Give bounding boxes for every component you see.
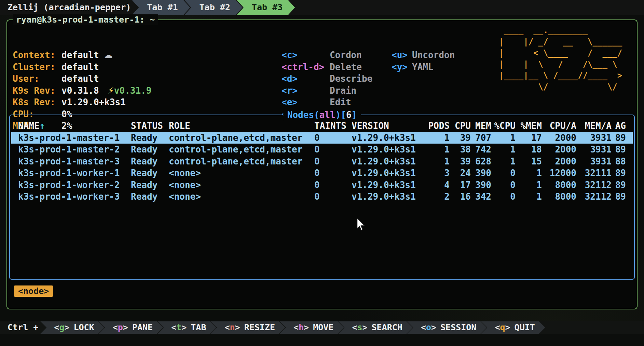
k9s-logo-line: ____ __.________ — [499, 25, 622, 36]
cell-pods: 2 — [420, 191, 450, 203]
tab[interactable]: Tab #2 — [184, 0, 243, 15]
table-row[interactable]: k3s-prod-1-master-1 Ready control-plane,… — [11, 132, 633, 144]
cell-cpua: 2000 — [542, 144, 576, 156]
cell-cpua: 2000 — [542, 156, 576, 168]
col-age: AG — [612, 120, 626, 132]
segment-hotkey: <q> — [495, 322, 510, 332]
bracket-close: > — [304, 322, 309, 332]
cell-version: v1.29.0+k3s1 — [352, 132, 420, 144]
segment-hotkey: <h> — [293, 322, 309, 332]
k9s-logo-line: | |/ _/ __ \______ — [499, 36, 622, 48]
col-pods: PODS — [420, 120, 450, 132]
hotkey: <e> — [282, 96, 330, 108]
cell-mema: 3931 — [576, 144, 612, 156]
bracket-open: < — [54, 322, 59, 332]
bracket-close: > — [64, 322, 69, 332]
menu-hint: <u>Uncordon — [392, 49, 455, 61]
cell-pcpu: 1 — [491, 132, 516, 144]
nodes-panel: Nodes(all)[6] NAME↑ STATUS ROLE TAINTS V… — [9, 115, 635, 280]
bracket-close: > — [181, 322, 187, 332]
cell-cpua: 12000 — [542, 167, 576, 179]
info-value: default — [61, 62, 99, 72]
cell-mema: 3931 — [576, 156, 612, 168]
table-row[interactable]: k3s-prod-1-master-2 Ready control-plane,… — [11, 144, 633, 156]
info-line: Cluster:default — [13, 61, 151, 73]
hotkey: <y> — [392, 61, 412, 73]
cell-status: Ready — [131, 132, 169, 144]
menu-hint: <c>Cordon — [282, 49, 372, 61]
info-label: Context: — [13, 49, 61, 61]
title-scope: all — [319, 110, 335, 120]
cell-status: Ready — [131, 144, 169, 156]
info-label: K8s Rev: — [13, 96, 61, 108]
menu-hint: <d>Describe — [282, 73, 372, 85]
col-name: NAME↑ — [18, 120, 131, 132]
hotkey-action: Edit — [330, 97, 351, 107]
segment-hotkey: <n> — [224, 322, 240, 332]
cell-mema: 32112 — [576, 191, 612, 203]
col-name-label: NAME — [18, 121, 40, 131]
table-row[interactable]: k3s-prod-1-worker-1 Ready <none> 0 v1.29… — [11, 167, 633, 179]
info-value: v1.29.0+k3s1 — [61, 97, 126, 107]
cell-pods: 3 — [420, 167, 450, 179]
cell-mem: 707 — [471, 132, 491, 144]
cell-name: k3s-prod-1-master-1 — [18, 132, 131, 144]
hotkey: <ctrl-d> — [282, 61, 330, 73]
cloud-icon: ☁ — [104, 50, 113, 60]
hotkey-letter: h — [299, 322, 304, 332]
bracket-close: > — [431, 322, 436, 332]
segment-label: MOVE — [313, 322, 333, 332]
zellij-status-bar: Ctrl + <g>LOCK<p>PANE<t>TAB<n>RESIZE<h>M… — [0, 321, 644, 334]
title-count: 6 — [346, 110, 352, 120]
cell-role: control-plane,etcd,master — [169, 156, 314, 168]
terminal-pane: ryan@k3s-prod-1-master-1: ~ Context:defa… — [6, 19, 638, 309]
sort-asc-icon: ↑ — [40, 121, 45, 131]
cell-taints: 0 — [314, 156, 352, 168]
cell-mem: 342 — [471, 191, 491, 203]
cell-pcpu: 0 — [491, 167, 516, 179]
cell-pods: 1 — [420, 132, 450, 144]
cell-role: control-plane,etcd,master — [169, 144, 314, 156]
info-value: v0.31.8 — [61, 85, 99, 96]
cell-cpu: 17 — [450, 179, 471, 191]
segment-hotkey: <p> — [113, 322, 128, 332]
cell-pmem: 15 — [516, 156, 542, 168]
cell-cpu: 39 — [450, 156, 471, 168]
segment-hotkey: <o> — [421, 322, 436, 332]
col-pcpu: %CPU — [491, 120, 516, 132]
cell-taints: 0 — [314, 191, 352, 203]
tab[interactable]: Tab #3 — [237, 0, 295, 15]
cell-status: Ready — [131, 156, 169, 168]
info-label: K9s Rev: — [13, 85, 61, 97]
info-line: User:default — [13, 73, 151, 85]
hotkey-letter: n — [230, 322, 235, 332]
cell-status: Ready — [131, 191, 169, 203]
cell-pmem: 17 — [516, 132, 542, 144]
cell-pmem: 18 — [516, 144, 542, 156]
cell-name: k3s-prod-1-worker-2 — [18, 179, 131, 191]
cell-name: k3s-prod-1-master-2 — [18, 144, 131, 156]
cell-pcpu: 0 — [491, 179, 516, 191]
ctrl-modifier-label: Ctrl + — [0, 321, 46, 334]
cell-version: v1.29.0+k3s1 — [352, 179, 420, 191]
segment-label: LOCK — [74, 322, 94, 332]
hotkey-action: Describe — [330, 74, 372, 84]
cell-status: Ready — [131, 167, 169, 179]
bracket-close: > — [235, 322, 240, 332]
hotkey-letter: g — [59, 322, 64, 332]
tab[interactable]: Tab #1 — [132, 0, 190, 15]
table-row[interactable]: k3s-prod-1-master-3 Ready control-plane,… — [11, 156, 633, 168]
pane-title: ryan@k3s-prod-1-master-1: ~ — [13, 14, 158, 25]
bracket-open: < — [421, 322, 426, 332]
statusbar-segment: <n>RESIZE — [211, 321, 285, 334]
cell-status: Ready — [131, 179, 169, 191]
cell-pmem: 1 — [516, 167, 542, 179]
col-mem: MEM — [471, 120, 491, 132]
bracket-open: < — [352, 322, 357, 332]
table-row[interactable]: k3s-prod-1-worker-2 Ready <none> 0 v1.29… — [11, 179, 633, 191]
menu-hint: <y>YAML — [392, 61, 455, 73]
cell-role: <none> — [169, 179, 314, 191]
table-row[interactable]: k3s-prod-1-worker-3 Ready <none> 0 v1.29… — [11, 191, 633, 203]
cell-pcpu: 1 — [491, 144, 516, 156]
bracket-close: > — [505, 322, 510, 332]
